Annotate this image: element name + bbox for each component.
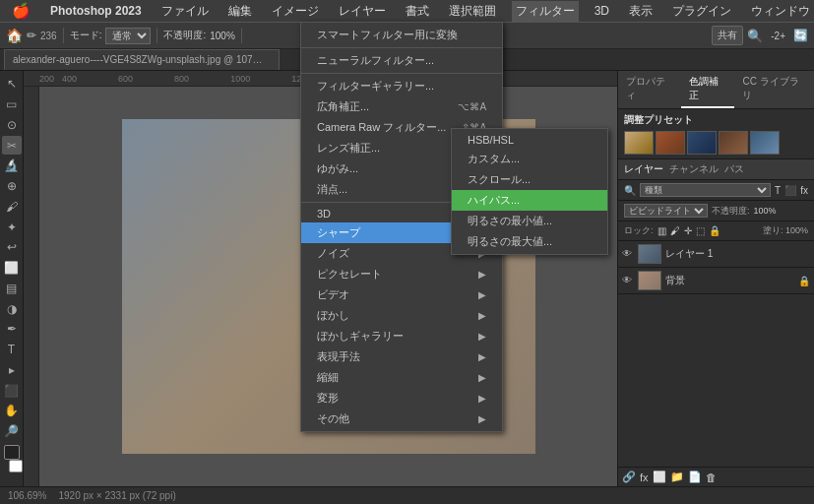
lock-all-icon[interactable]: 🔒: [709, 225, 720, 236]
path-select-tool[interactable]: ▸: [2, 361, 22, 380]
crop-tool[interactable]: ✂: [2, 136, 22, 155]
opacity-label-layers: 不透明度:: [712, 205, 750, 218]
lock-transparent-icon[interactable]: ▥: [657, 225, 666, 236]
text-menu[interactable]: 書式: [402, 1, 433, 22]
new-group-icon[interactable]: 📁: [670, 471, 684, 483]
select-menu[interactable]: 選択範囲: [445, 1, 500, 22]
brush-tool[interactable]: 🖌: [2, 198, 22, 217]
layer-menu[interactable]: レイヤー: [335, 1, 390, 22]
marquee-tool[interactable]: ▭: [2, 95, 22, 114]
share-button[interactable]: 共有: [712, 26, 743, 45]
background-lock-icon: 🔒: [798, 276, 810, 286]
submenu-min-brightness[interactable]: 明るさの最小値...: [452, 211, 607, 231]
add-mask-icon[interactable]: ⬜: [653, 471, 666, 483]
delete-layer-icon[interactable]: 🗑: [706, 472, 717, 483]
preset-swatches: [624, 131, 808, 155]
adjustments-tab[interactable]: 色調補正: [681, 71, 734, 108]
3d-menu[interactable]: 3D: [591, 2, 613, 20]
layer-row-bg[interactable]: 👁 背景 🔒: [618, 268, 814, 294]
background-color[interactable]: [9, 460, 23, 472]
filter-transform[interactable]: 変形 ▶: [301, 388, 502, 409]
submenu-hsb-hsl[interactable]: HSB/HSL: [452, 131, 607, 149]
fill-label: 塗り: 100%: [763, 224, 808, 237]
filter-pixelate[interactable]: ピクセレート ▶: [301, 264, 502, 284]
filter-video[interactable]: ビデオ ▶: [301, 284, 502, 305]
channels-tab[interactable]: チャンネル: [669, 162, 719, 176]
layer-row-1[interactable]: 👁 レイヤー 1: [618, 241, 814, 268]
search-layers-icon[interactable]: 🔍: [624, 185, 636, 196]
filter-other[interactable]: その他 ▶: [301, 409, 502, 429]
submenu-scroll[interactable]: スクロール...: [452, 169, 607, 190]
submenu-custom[interactable]: カスタム...: [452, 149, 607, 169]
stamp-tool[interactable]: ✦: [2, 218, 22, 236]
filter-wide-angle[interactable]: 広角補正... ⌥⌘A: [301, 96, 502, 117]
paths-tab[interactable]: パス: [724, 162, 744, 176]
edit-menu[interactable]: 編集: [224, 1, 256, 22]
sep-1: [301, 47, 502, 48]
link-layers-icon[interactable]: 🔗: [622, 471, 636, 483]
view-menu[interactable]: 表示: [625, 1, 657, 22]
move-tool[interactable]: ↖: [2, 75, 22, 94]
gradient-tool[interactable]: ▤: [2, 280, 22, 298]
preset-swatch-5[interactable]: [750, 131, 780, 155]
layer-visibility-1[interactable]: 👁: [622, 248, 634, 260]
layer-visibility-bg[interactable]: 👁: [622, 275, 634, 286]
preset-swatch-1[interactable]: [624, 131, 654, 155]
apple-menu[interactable]: 🍎: [8, 0, 34, 22]
zoom-control[interactable]: -2+: [771, 31, 785, 41]
add-fx-icon[interactable]: fx: [640, 472, 649, 483]
submenu-highpass[interactable]: ハイパス...: [452, 190, 607, 211]
blend-opacity-row: ビビッドライト 不透明度: 100%: [618, 201, 814, 221]
layer-text-icon[interactable]: T: [775, 185, 781, 196]
blend-mode-select[interactable]: ビビッドライト: [624, 204, 708, 218]
heal-tool[interactable]: ⊕: [2, 177, 22, 196]
rotate-icon[interactable]: 🔄: [793, 29, 808, 42]
eraser-tool[interactable]: ⬜: [2, 259, 22, 278]
preset-swatch-4[interactable]: [719, 131, 748, 155]
filter-menu-btn[interactable]: フィルター: [512, 1, 579, 22]
submenu-max-brightness[interactable]: 明るさの最大値...: [452, 231, 607, 252]
image-menu[interactable]: イメージ: [268, 1, 323, 22]
new-layer-icon[interactable]: 📄: [688, 471, 702, 483]
filter-stylize[interactable]: 表現手法 ▶: [301, 346, 502, 367]
zoom-level: 106.69%: [8, 490, 46, 501]
filter-shrink[interactable]: 縮細 ▶: [301, 367, 502, 388]
filter-gallery[interactable]: フィルターギャラリー...: [301, 76, 502, 96]
ps-menu[interactable]: Photoshop 2023: [46, 2, 146, 20]
zoom-tool[interactable]: 🔎: [2, 422, 22, 441]
lock-pixels-icon[interactable]: 🖌: [670, 225, 680, 236]
lock-artboard-icon[interactable]: ⬚: [696, 225, 705, 236]
lock-position-icon[interactable]: ✛: [684, 225, 692, 236]
lasso-tool[interactable]: ⊙: [2, 116, 22, 135]
text-tool[interactable]: T: [2, 341, 22, 359]
brush-tool-icon[interactable]: ✏: [27, 29, 36, 42]
cc-libraries-tab[interactable]: CC ライブラリ: [734, 71, 814, 108]
hand-tool[interactable]: ✋: [2, 402, 22, 420]
preset-swatch-3[interactable]: [687, 131, 717, 155]
eyedropper-tool[interactable]: 🔬: [2, 157, 22, 175]
mode-select[interactable]: 通常: [105, 28, 151, 44]
shape-tool[interactable]: ⬛: [2, 381, 22, 400]
filter-blur[interactable]: ぼかし ▶: [301, 305, 502, 326]
layer-shape-icon[interactable]: ⬛: [784, 185, 796, 196]
layer-name-1: レイヤー 1: [665, 247, 713, 261]
pen-tool[interactable]: ✒: [2, 320, 22, 339]
file-menu[interactable]: ファイル: [157, 1, 213, 22]
properties-tab[interactable]: プロパティ: [618, 71, 681, 108]
dodge-tool[interactable]: ◑: [2, 299, 22, 318]
layer-name-bg: 背景: [665, 274, 685, 287]
search-icon[interactable]: 🔍: [747, 29, 763, 43]
foreground-color[interactable]: [4, 445, 20, 460]
filter-neural[interactable]: ニューラルフィルター...: [301, 50, 502, 71]
history-brush-tool[interactable]: ↩: [2, 238, 22, 257]
mode-label: モード:: [70, 29, 102, 42]
layer-fx-icon[interactable]: fx: [800, 185, 808, 196]
window-menu[interactable]: ウィンドウ: [747, 1, 814, 22]
document-tab[interactable]: alexander-aguero----VGE4S8ZWg-unsplash.j…: [4, 49, 280, 70]
layers-tab[interactable]: レイヤー: [624, 162, 663, 176]
filter-blur-gallery[interactable]: ぼかしギャラリー ▶: [301, 326, 502, 346]
plugins-menu[interactable]: プラグイン: [668, 1, 735, 22]
layer-filter-select[interactable]: 種類: [640, 183, 771, 197]
filter-smart-filter[interactable]: スマートフィルター用に変換: [301, 25, 502, 45]
preset-swatch-2[interactable]: [656, 131, 685, 155]
